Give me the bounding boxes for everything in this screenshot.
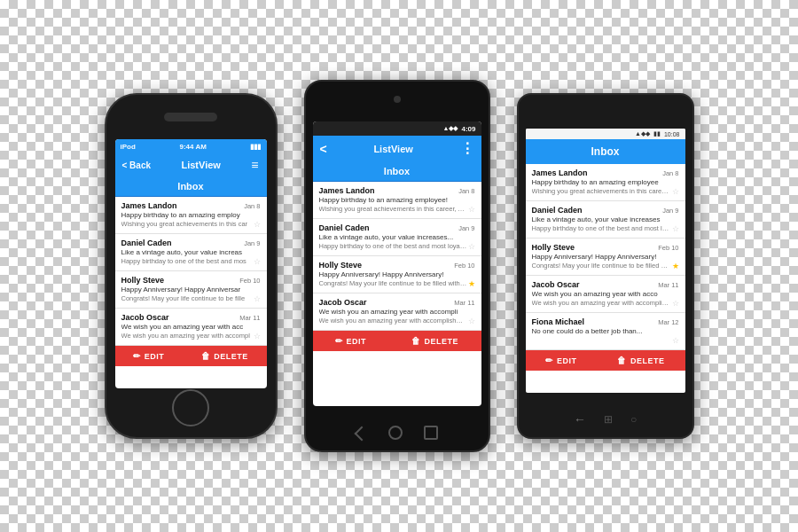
windows-email-2[interactable]: Daniel Caden Jan 9 Like a vintage auto, … <box>526 201 685 239</box>
iphone-email-2-star[interactable]: ☆ <box>254 257 261 266</box>
windows-nav-search[interactable]: ○ <box>630 413 637 426</box>
android-phone: ▲◆◆ 4:09 < ListView ⋮ Inbox James Landon… <box>304 80 490 452</box>
iphone-email-2-sender: Daniel Caden <box>121 239 172 247</box>
iphone-status-left: iPod <box>121 143 136 151</box>
iphone-phone: iPod 9:44 AM ▮▮▮ < Back ListView ≡ Inbox… <box>105 93 278 439</box>
android-email-3[interactable]: Holly Steve Feb 10 Happy Anniversary! Ha… <box>313 256 481 293</box>
windows-email-2-sender: Daniel Caden <box>532 206 583 215</box>
android-email-1-preview: Wishing you great achievements in this c… <box>319 205 468 214</box>
android-action-bar: ✏ EDIT 🗑 DELETE <box>313 331 481 351</box>
iphone-email-3-subject: Happy Anniversary! Happy Anniversar <box>121 286 261 293</box>
windows-delete-button[interactable]: 🗑 DELETE <box>617 356 664 365</box>
windows-email-5-star[interactable]: ☆ <box>672 336 679 345</box>
windows-email-4[interactable]: Jacob Oscar Mar 11 We wish you an amazin… <box>526 276 685 313</box>
iphone-delete-button[interactable]: 🗑 DELETE <box>201 351 248 361</box>
android-email-2-date: Jan 9 <box>458 224 474 232</box>
windows-email-5[interactable]: Fiona Michael Mar 12 No one could do a b… <box>526 313 685 350</box>
windows-email-1-date: Jan 8 <box>662 169 678 177</box>
android-status-time: 4:09 <box>461 125 475 133</box>
windows-email-1-sender: James Landon <box>532 168 588 177</box>
android-email-1-date: Jan 8 <box>458 187 474 195</box>
android-email-1[interactable]: James Landon Jan 8 Happy birthday to an … <box>313 182 481 219</box>
windows-email-2-star[interactable]: ☆ <box>672 224 679 233</box>
iphone-email-1[interactable]: James Landon Jan 8 Happy birthday to an … <box>115 197 267 234</box>
windows-email-1-subject: Happy birthday to an amazing employee <box>532 178 679 186</box>
iphone-status-battery: ▮▮▮ <box>250 143 261 151</box>
iphone-email-4[interactable]: Jacob Oscar Mar 11 We wish you an amazin… <box>115 309 267 346</box>
iphone-menu-icon[interactable]: ≡ <box>251 158 259 172</box>
windows-edit-icon: ✏ <box>545 356 553 365</box>
windows-action-bar: ✏ EDIT 🗑 DELETE <box>526 350 685 371</box>
android-top-bar: < ListView ⋮ <box>313 136 481 161</box>
android-email-4[interactable]: Jacob Oscar Mar 11 We wish you an amazin… <box>313 293 481 331</box>
android-email-1-star[interactable]: ☆ <box>468 205 475 214</box>
android-delete-button[interactable]: 🗑 DELETE <box>411 336 458 346</box>
windows-email-3-sender: Holly Steve <box>532 243 575 252</box>
windows-email-2-date: Jan 9 <box>662 207 678 215</box>
windows-nav-bar: ← ⊞ ○ <box>519 412 692 426</box>
windows-edit-label: EDIT <box>557 356 577 365</box>
android-email-3-star[interactable]: ★ <box>468 279 475 288</box>
windows-email-3-preview: Congrats! May your life continue to be f… <box>532 262 672 270</box>
windows-screen: ▲◆◆ ▮▮ 10:08 Inbox James Landon Jan 8 Ha… <box>526 129 685 393</box>
android-email-2-star[interactable]: ☆ <box>468 242 475 251</box>
iphone-delete-label: DELETE <box>214 352 248 361</box>
iphone-action-bar: ✏ EDIT 🗑 DELETE <box>115 346 267 366</box>
android-nav-recents[interactable] <box>424 426 438 440</box>
windows-email-1-star[interactable]: ☆ <box>672 187 679 196</box>
iphone-status-bar: iPod 9:44 AM ▮▮▮ <box>115 139 267 153</box>
iphone-body: iPod 9:44 AM ▮▮▮ < Back ListView ≡ Inbox… <box>105 93 278 439</box>
windows-email-4-subject: We wish you an amazing year with acco <box>532 290 679 298</box>
android-edit-button[interactable]: ✏ EDIT <box>335 336 366 346</box>
iphone-edit-button[interactable]: ✏ EDIT <box>133 351 164 361</box>
android-email-4-preview: We wish you an amazing year with accompl… <box>319 317 468 325</box>
android-back-button[interactable]: < <box>320 142 327 156</box>
android-edit-icon: ✏ <box>335 336 343 346</box>
windows-email-5-preview <box>532 336 672 345</box>
windows-status-time: 10:08 <box>664 131 680 137</box>
iphone-email-3-star[interactable]: ☆ <box>254 294 261 303</box>
windows-email-5-sender: Fiona Michael <box>532 317 585 326</box>
windows-email-list: James Landon Jan 8 Happy birthday to an … <box>526 164 685 350</box>
windows-edit-button[interactable]: ✏ EDIT <box>545 356 576 365</box>
android-inbox-bar: Inbox <box>313 161 481 182</box>
windows-email-1[interactable]: James Landon Jan 8 Happy birthday to an … <box>526 164 685 201</box>
iphone-email-2-subject: Like a vintage auto, your value increas <box>121 248 261 256</box>
iphone-email-3-sender: Holly Steve <box>121 276 165 285</box>
iphone-email-1-star[interactable]: ☆ <box>254 220 261 229</box>
windows-phone: ▲◆◆ ▮▮ 10:08 Inbox James Landon Jan 8 Ha… <box>517 93 694 439</box>
windows-email-5-subject: No one could do a better job than... <box>532 327 679 335</box>
android-screen: ▲◆◆ 4:09 < ListView ⋮ Inbox James Landon… <box>313 121 481 406</box>
android-email-2[interactable]: Daniel Caden Jan 9 Like a vintage auto, … <box>313 219 481 256</box>
android-menu-icon[interactable]: ⋮ <box>460 140 474 157</box>
android-delete-icon: 🗑 <box>411 336 421 346</box>
iphone-email-2[interactable]: Daniel Caden Jan 9 Like a vintage auto, … <box>115 234 267 271</box>
iphone-email-3[interactable]: Holly Steve Feb 10 Happy Anniversary! Ha… <box>115 271 267 309</box>
iphone-back-button[interactable]: < Back <box>122 160 152 170</box>
android-email-2-subject: Like a vintage auto, your value increase… <box>319 233 475 241</box>
android-nav-back[interactable] <box>354 426 369 442</box>
windows-nav-windows[interactable]: ⊞ <box>604 413 613 426</box>
android-nav-home[interactable] <box>388 426 403 440</box>
iphone-email-list: James Landon Jan 8 Happy birthday to an … <box>115 197 267 346</box>
windows-email-4-star[interactable]: ☆ <box>672 299 679 308</box>
android-email-4-star[interactable]: ☆ <box>468 317 475 325</box>
iphone-email-4-preview: We wish you an amazing year with accompl <box>121 332 254 340</box>
windows-email-3[interactable]: Holly Steve Feb 10 Happy Anniversary! Ha… <box>526 239 685 276</box>
windows-inbox-label: Inbox <box>591 145 620 158</box>
windows-nav-back[interactable]: ← <box>574 412 586 426</box>
android-email-3-sender: Holly Steve <box>319 261 363 270</box>
windows-email-3-star[interactable]: ★ <box>672 262 679 270</box>
iphone-email-1-sender: James Landon <box>121 201 177 210</box>
windows-inbox-bar: Inbox <box>526 139 685 164</box>
windows-delete-icon: 🗑 <box>617 356 627 365</box>
android-email-3-date: Feb 10 <box>454 262 474 270</box>
iphone-email-4-star[interactable]: ☆ <box>254 332 261 340</box>
windows-email-2-preview: Happy birthday to one of the best and mo… <box>532 224 672 233</box>
windows-status-battery: ▮▮ <box>653 130 661 137</box>
windows-delete-label: DELETE <box>630 356 665 365</box>
iphone-edit-label: EDIT <box>145 352 165 361</box>
windows-email-3-subject: Happy Anniversary! Happy Anniversary! <box>532 253 679 261</box>
android-email-1-subject: Happy birthday to an amazing employee! <box>319 196 475 204</box>
iphone-delete-icon: 🗑 <box>201 351 211 361</box>
